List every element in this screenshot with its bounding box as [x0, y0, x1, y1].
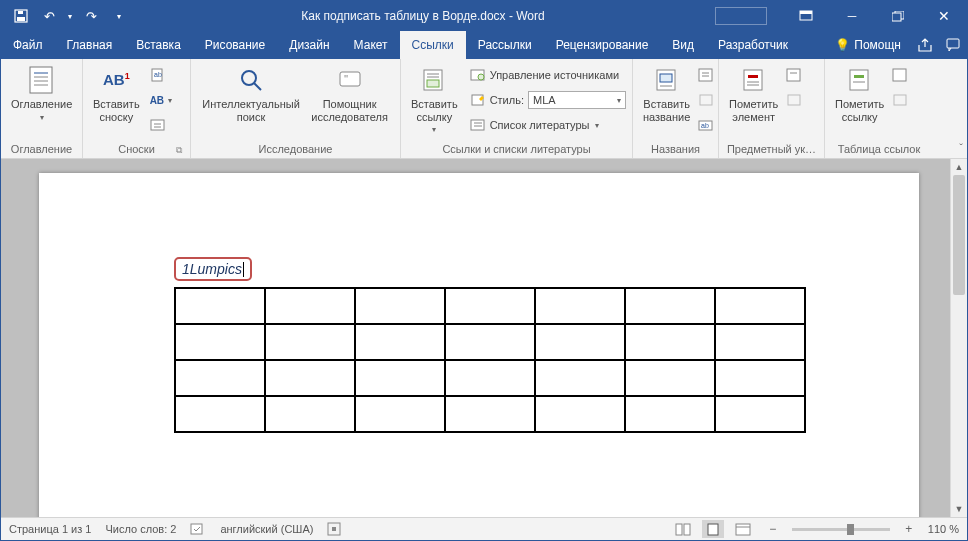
svg-rect-1 — [17, 17, 25, 21]
researcher-button[interactable]: '' Помощник исследователя — [305, 62, 394, 125]
manage-sources-button[interactable]: Управление источниками — [468, 64, 628, 86]
status-bar: Страница 1 из 1 Число слов: 2 английский… — [1, 517, 967, 540]
tab-developer[interactable]: Разработчик — [706, 31, 800, 59]
macro-record-icon[interactable] — [327, 522, 341, 536]
status-page[interactable]: Страница 1 из 1 — [9, 523, 91, 535]
update-index-button[interactable] — [784, 89, 804, 111]
tab-mailings[interactable]: Рассылки — [466, 31, 544, 59]
dialog-launcher-icon[interactable]: ⧉ — [176, 145, 182, 156]
titlebar: ↶ ▾ ↷ ▾ Как подписать таблицу в Ворде.do… — [1, 1, 967, 31]
bibliography-label: Список литературы — [490, 119, 590, 131]
tab-file[interactable]: Файл — [1, 31, 55, 59]
toc-label: Оглавление — [11, 98, 72, 111]
document-table[interactable] — [174, 287, 806, 433]
svg-rect-55 — [676, 524, 682, 535]
spellcheck-icon[interactable] — [190, 522, 206, 536]
vertical-scrollbar[interactable]: ▲ ▼ — [950, 159, 967, 517]
tab-view[interactable]: Вид — [660, 31, 706, 59]
insert-footnote-button[interactable]: AB1 Вставить сноску — [89, 62, 144, 125]
status-words[interactable]: Число слов: 2 — [105, 523, 176, 535]
insert-endnote-button[interactable]: ab — [148, 64, 174, 86]
redo-icon[interactable]: ↷ — [79, 4, 103, 28]
svg-rect-52 — [191, 524, 202, 534]
maximize-icon[interactable] — [875, 1, 921, 31]
insert-caption-button[interactable]: Вставить название — [639, 62, 694, 125]
minimize-icon[interactable]: ─ — [829, 1, 875, 31]
zoom-slider[interactable] — [792, 528, 890, 531]
tab-layout[interactable]: Макет — [342, 31, 400, 59]
tab-draw[interactable]: Рисование — [193, 31, 277, 59]
mark-entry-label: Пометить элемент — [729, 98, 778, 123]
insert-citation-button[interactable]: Вставить ссылку ▾ — [407, 62, 462, 136]
read-mode-icon[interactable] — [672, 520, 694, 538]
style-label: Стиль: — [490, 94, 524, 106]
status-language[interactable]: английский (США) — [220, 523, 313, 535]
document-area[interactable]: 1 Lumpics — [1, 159, 950, 517]
svg-text:ab: ab — [701, 122, 709, 129]
tab-insert[interactable]: Вставка — [124, 31, 193, 59]
svg-rect-32 — [660, 74, 672, 82]
tab-references[interactable]: Ссылки — [400, 31, 466, 59]
toc-button[interactable]: Оглавление ▾ — [7, 62, 76, 124]
svg-rect-54 — [332, 527, 336, 531]
cross-reference-button[interactable]: ab — [696, 114, 716, 136]
caption-text: Lumpics — [190, 261, 242, 277]
group-label-toa: Таблица ссылок — [831, 141, 927, 158]
insert-index-button[interactable] — [784, 64, 804, 86]
page[interactable]: 1 Lumpics — [39, 173, 919, 517]
tell-me[interactable]: 💡 Помощн — [825, 38, 911, 52]
show-notes-button[interactable] — [148, 114, 174, 136]
insert-tof-button[interactable] — [696, 64, 716, 86]
update-toa-button[interactable] — [890, 89, 910, 111]
close-icon[interactable]: ✕ — [921, 1, 967, 31]
table-caption[interactable]: 1 Lumpics — [174, 257, 252, 281]
tab-review[interactable]: Рецензирование — [544, 31, 661, 59]
svg-rect-2 — [18, 11, 23, 14]
smart-lookup-label: Интеллектуальный поиск — [202, 98, 299, 123]
print-layout-icon[interactable] — [702, 520, 724, 538]
undo-icon[interactable]: ↶ — [37, 4, 61, 28]
mark-citation-button[interactable]: Пометить ссылку — [831, 62, 888, 125]
next-footnote-button[interactable]: AB▾ — [148, 89, 174, 111]
svg-rect-47 — [850, 70, 868, 90]
style-value: MLA — [533, 94, 556, 106]
scroll-down-icon[interactable]: ▼ — [951, 501, 967, 517]
chevron-down-icon: ▾ — [432, 125, 436, 134]
footnote-label: Вставить сноску — [93, 98, 140, 123]
group-label-research: Исследование — [197, 141, 394, 158]
scroll-up-icon[interactable]: ▲ — [951, 159, 967, 175]
svg-rect-57 — [708, 524, 718, 535]
bibliography-button[interactable]: Список литературы▾ — [468, 114, 628, 136]
save-icon[interactable] — [9, 4, 33, 28]
comments-icon[interactable] — [939, 38, 967, 52]
update-table-button[interactable] — [696, 89, 716, 111]
collapse-ribbon-icon[interactable]: ˇ — [959, 142, 963, 154]
zoom-out-icon[interactable]: − — [762, 520, 784, 538]
researcher-label: Помощник исследователя — [311, 98, 388, 123]
tab-home[interactable]: Главная — [55, 31, 125, 59]
style-select[interactable]: MLA▾ — [528, 91, 626, 109]
citation-icon — [418, 64, 450, 96]
mark-entry-button[interactable]: Пометить элемент — [725, 62, 782, 125]
tab-design[interactable]: Дизайн — [277, 31, 341, 59]
undo-dropdown-icon[interactable]: ▾ — [65, 4, 75, 28]
insert-toa-button[interactable] — [890, 64, 910, 86]
qat-customize-icon[interactable]: ▾ — [107, 4, 131, 28]
account-box[interactable] — [715, 7, 767, 25]
toc-icon — [26, 64, 58, 96]
web-layout-icon[interactable] — [732, 520, 754, 538]
bulb-icon: 💡 — [835, 38, 850, 52]
svg-rect-19 — [340, 72, 360, 86]
zoom-in-icon[interactable]: + — [898, 520, 920, 538]
smart-lookup-button[interactable]: Интеллектуальный поиск — [197, 62, 305, 125]
ribbon-display-icon[interactable] — [783, 1, 829, 31]
zoom-value[interactable]: 110 % — [928, 523, 959, 535]
svg-rect-6 — [947, 39, 959, 48]
manage-sources-label: Управление источниками — [490, 69, 619, 81]
scroll-thumb[interactable] — [953, 175, 965, 295]
caption-icon — [651, 64, 683, 96]
table-row — [175, 288, 805, 324]
insert-citation-label: Вставить ссылку — [411, 98, 458, 123]
svg-rect-58 — [736, 524, 750, 535]
share-icon[interactable] — [911, 38, 939, 53]
